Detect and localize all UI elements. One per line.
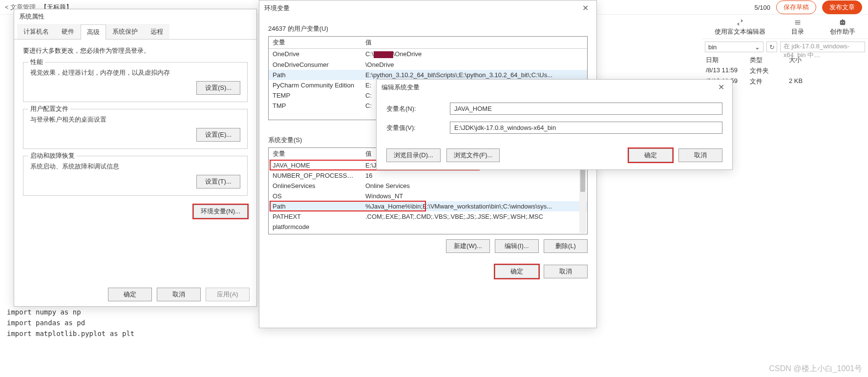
dialog-title: 系统属性 bbox=[14, 9, 256, 24]
table-row: OnlineServicesOnline Services bbox=[269, 181, 587, 191]
reload-button[interactable]: ↻ bbox=[766, 42, 777, 52]
tab-system-protection[interactable]: 系统保护 bbox=[106, 24, 144, 39]
settings-profile-button[interactable]: 设置(E)... bbox=[196, 128, 240, 142]
char-count: 5/100 bbox=[754, 4, 770, 11]
tool-toc[interactable]: 目录 bbox=[791, 19, 804, 36]
ok-button[interactable]: 确定 bbox=[629, 148, 673, 162]
settings-perf-button[interactable]: 设置(S)... bbox=[196, 81, 240, 95]
redacted bbox=[374, 51, 393, 58]
robot-icon bbox=[839, 19, 847, 26]
folder-combo[interactable]: bin⌄ bbox=[705, 42, 763, 52]
settings-startup-button[interactable]: 设置(T)... bbox=[196, 175, 240, 188]
chevron-down-icon: ⌄ bbox=[755, 43, 760, 51]
group-startup-recovery: 启动和故障恢复 系统启动、系统故障和调试信息 设置(T)... bbox=[23, 156, 248, 196]
close-icon[interactable]: ✕ bbox=[715, 83, 727, 92]
table-row: OneDriveC:\\OneDrive bbox=[269, 49, 587, 60]
table-row: Path%Java_Home%\bin;E:\VMware_workstatio… bbox=[269, 201, 587, 211]
tab-remote[interactable]: 远程 bbox=[144, 24, 169, 39]
tab-computer-name[interactable]: 计算机名 bbox=[17, 24, 55, 39]
delete-button[interactable]: 删除(L) bbox=[544, 239, 588, 253]
table-row: platformcode bbox=[269, 222, 587, 232]
dialog-title: 环境变量 bbox=[264, 4, 290, 13]
explorer-search[interactable]: 在 jdk-17.0.8_windows-x64_bin 中… bbox=[780, 42, 865, 52]
right-toolbar: 使用富文本编辑器 目录 创作助手 bbox=[702, 16, 868, 39]
admin-note: 要进行大多数更改，您必须作为管理员登录。 bbox=[23, 46, 248, 55]
edit-button[interactable]: 编辑(I)... bbox=[495, 239, 539, 253]
explorer-address-bar: bin⌄ ↻ 在 jdk-17.0.8_windows-x64_bin 中… bbox=[702, 40, 868, 54]
publish-button[interactable]: 发布文章 bbox=[822, 0, 862, 14]
user-vars-label: 24637 的用户变量(U) bbox=[268, 24, 588, 33]
edit-system-variable-dialog: 编辑系统变量 ✕ 变量名(N): 变量值(V): 浏览目录(D)... 浏览文件… bbox=[376, 79, 733, 170]
swap-icon bbox=[736, 19, 744, 26]
ok-button[interactable]: 确定 bbox=[108, 288, 152, 301]
cancel-button[interactable]: 取消 bbox=[157, 288, 201, 301]
tab-hardware[interactable]: 硬件 bbox=[55, 24, 81, 39]
var-name-label: 变量名(N): bbox=[386, 105, 450, 113]
new-button[interactable]: 新建(W)... bbox=[446, 239, 490, 253]
close-icon[interactable]: ✕ bbox=[579, 3, 592, 13]
table-row: NUMBER_OF_PROCESSORS16 bbox=[269, 170, 587, 181]
system-properties-dialog: 系统属性 计算机名 硬件 高级 系统保护 远程 要进行大多数更改，您必须作为管理… bbox=[14, 9, 257, 307]
list-icon bbox=[794, 19, 802, 26]
file-list-header: 日期 类型 大小 bbox=[702, 55, 868, 65]
browse-dir-button[interactable]: 浏览目录(D)... bbox=[386, 148, 441, 162]
tool-rich-editor[interactable]: 使用富文本编辑器 bbox=[715, 19, 765, 36]
browse-file-button[interactable]: 浏览文件(F)... bbox=[446, 148, 500, 162]
ok-button[interactable]: 确定 bbox=[495, 265, 539, 278]
table-row: OneDriveConsumer \OneDrive bbox=[269, 60, 587, 70]
var-value-input[interactable] bbox=[450, 122, 722, 134]
table-row: PathE:\python_3.10.2_64_bit\Scripts\;E:\… bbox=[269, 70, 587, 80]
table-row: OSWindows_NT bbox=[269, 191, 587, 201]
group-user-profile: 用户配置文件 与登录帐户相关的桌面设置 设置(E)... bbox=[23, 109, 248, 149]
list-item[interactable]: /8/13 11:59文件夹 bbox=[702, 65, 868, 76]
code-snippet: import numpy as np import pandas as pd i… bbox=[7, 307, 134, 339]
tool-ai-helper[interactable]: 创作助手 bbox=[830, 19, 855, 36]
watermark: CSDN @楼上小白_1001号 bbox=[769, 364, 862, 374]
dialog-title: 编辑系统变量 bbox=[381, 83, 420, 92]
tab-advanced[interactable]: 高级 bbox=[81, 24, 106, 40]
table-row: PATHEXT.COM;.EXE;.BAT;.CMD;.VBS;.VBE;.JS… bbox=[269, 211, 587, 222]
editor-actions: 5/100 保存草稿 发布文章 bbox=[702, 0, 868, 15]
apply-button[interactable]: 应用(A) bbox=[206, 288, 250, 301]
group-performance: 性能 视觉效果，处理器计划，内存使用，以及虚拟内存 设置(S)... bbox=[23, 62, 248, 102]
save-draft-button[interactable]: 保存草稿 bbox=[776, 0, 816, 14]
env-variables-button[interactable]: 环境变量(N)... bbox=[193, 205, 248, 218]
var-value-label: 变量值(V): bbox=[386, 124, 450, 132]
cancel-button[interactable]: 取消 bbox=[544, 265, 588, 278]
cancel-button[interactable]: 取消 bbox=[678, 148, 722, 162]
var-name-input[interactable] bbox=[450, 103, 722, 115]
tabs: 计算机名 硬件 高级 系统保护 远程 bbox=[14, 24, 256, 40]
